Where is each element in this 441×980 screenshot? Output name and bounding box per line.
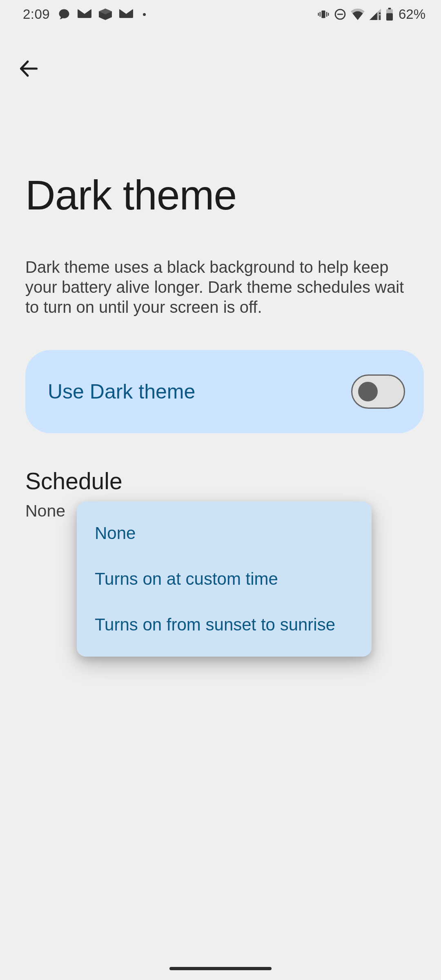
vibrate-icon bbox=[317, 9, 330, 20]
more-notifications-dot-icon bbox=[143, 13, 146, 16]
svg-rect-6 bbox=[321, 11, 325, 18]
svg-rect-19 bbox=[386, 13, 393, 20]
schedule-option-custom-time[interactable]: Turns on at custom time bbox=[77, 556, 372, 602]
toggle-knob bbox=[358, 382, 378, 401]
svg-point-16 bbox=[379, 12, 381, 14]
use-dark-theme-toggle[interactable] bbox=[351, 374, 405, 409]
svg-rect-8 bbox=[318, 13, 319, 16]
signal-icon bbox=[369, 9, 381, 20]
schedule-title: Schedule bbox=[25, 468, 122, 494]
schedule-option-sunset-sunrise[interactable]: Turns on from sunset to sunrise bbox=[77, 602, 372, 648]
schedule-popup: None Turns on at custom time Turns on fr… bbox=[77, 501, 372, 657]
status-left: 2:09 bbox=[23, 7, 146, 22]
wifi-icon bbox=[350, 9, 365, 20]
mail-outbox-icon-2 bbox=[119, 9, 133, 20]
schedule-option-none[interactable]: None bbox=[77, 510, 372, 556]
battery-icon bbox=[385, 8, 394, 21]
back-button[interactable] bbox=[8, 49, 49, 90]
battery-percentage: 62% bbox=[399, 7, 425, 22]
svg-rect-10 bbox=[328, 13, 329, 16]
page-title: Dark theme bbox=[25, 172, 236, 219]
svg-rect-7 bbox=[320, 12, 321, 17]
use-dark-theme-label: Use Dark theme bbox=[48, 380, 195, 403]
schedule-value: None bbox=[25, 501, 65, 521]
page-description: Dark theme uses a black background to he… bbox=[25, 257, 418, 318]
toolbar bbox=[0, 41, 57, 98]
status-right: 62% bbox=[317, 7, 425, 22]
status-time: 2:09 bbox=[23, 7, 50, 22]
status-bar: 2:09 62% bbox=[0, 0, 441, 29]
svg-rect-18 bbox=[388, 8, 391, 9]
svg-marker-14 bbox=[370, 12, 377, 20]
arrow-back-icon bbox=[18, 58, 39, 81]
mail-outbox-icon bbox=[78, 9, 91, 20]
navigation-handle[interactable] bbox=[169, 967, 272, 970]
svg-rect-9 bbox=[326, 12, 327, 17]
svg-rect-15 bbox=[379, 15, 381, 20]
dnd-icon bbox=[334, 8, 346, 20]
box-icon bbox=[99, 9, 112, 20]
use-dark-theme-row[interactable]: Use Dark theme bbox=[25, 350, 424, 433]
chat-bubble-icon bbox=[58, 8, 70, 20]
